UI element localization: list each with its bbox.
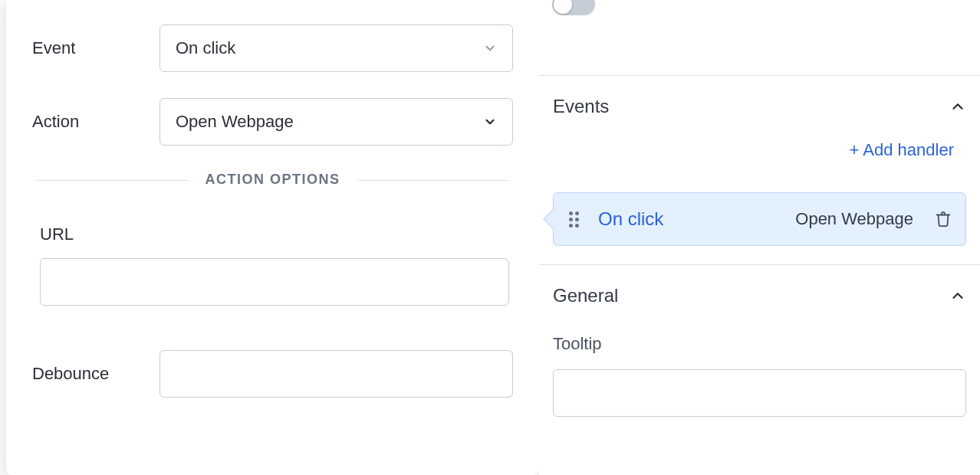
events-title: Events bbox=[553, 96, 609, 117]
tooltip-input[interactable] bbox=[553, 369, 966, 417]
event-handler-row[interactable]: On click Open Webpage bbox=[553, 192, 966, 246]
event-select[interactable]: On click bbox=[159, 25, 513, 72]
event-select-value: On click bbox=[176, 38, 235, 58]
action-select-value: Open Webpage bbox=[176, 112, 294, 132]
url-field: URL bbox=[32, 224, 513, 306]
general-title: General bbox=[553, 285, 618, 306]
events-section: Events + Add handler On click Open Webpa… bbox=[539, 76, 980, 264]
divider-text: ACTION OPTIONS bbox=[188, 172, 357, 187]
active-pointer bbox=[543, 209, 562, 228]
toggle-switch[interactable] bbox=[552, 0, 595, 15]
event-label: Event bbox=[32, 38, 159, 58]
chevron-down-icon bbox=[483, 115, 497, 129]
toggle-strip bbox=[539, 0, 980, 14]
general-header[interactable]: General bbox=[553, 285, 966, 306]
url-input[interactable] bbox=[40, 258, 509, 306]
event-row: Event On click bbox=[32, 25, 513, 72]
event-handler-action: Open Webpage bbox=[795, 209, 913, 229]
debounce-row: Debounce bbox=[32, 350, 513, 398]
debounce-input[interactable] bbox=[159, 350, 513, 398]
chevron-up-icon bbox=[949, 98, 966, 115]
add-handler-button[interactable]: + Add handler bbox=[553, 140, 966, 160]
action-row: Action Open Webpage bbox=[32, 98, 513, 146]
inspector-panel: Events + Add handler On click Open Webpa… bbox=[539, 0, 980, 475]
event-editor-popover: Event On click Action Open Webpage ACTIO… bbox=[6, 0, 539, 475]
trash-icon[interactable] bbox=[935, 211, 952, 228]
tooltip-label: Tooltip bbox=[553, 334, 966, 354]
event-handler-name: On click bbox=[598, 208, 795, 230]
chevron-up-icon bbox=[949, 287, 966, 304]
url-label: URL bbox=[40, 224, 513, 244]
action-label: Action bbox=[32, 112, 159, 132]
drag-handle-icon[interactable] bbox=[566, 211, 581, 227]
action-options-divider: ACTION OPTIONS bbox=[32, 172, 513, 188]
chevron-down-icon bbox=[483, 41, 497, 55]
debounce-label: Debounce bbox=[32, 364, 159, 384]
events-header[interactable]: Events bbox=[553, 96, 966, 117]
action-select[interactable]: Open Webpage bbox=[159, 98, 513, 146]
general-section: General Tooltip bbox=[539, 265, 980, 435]
